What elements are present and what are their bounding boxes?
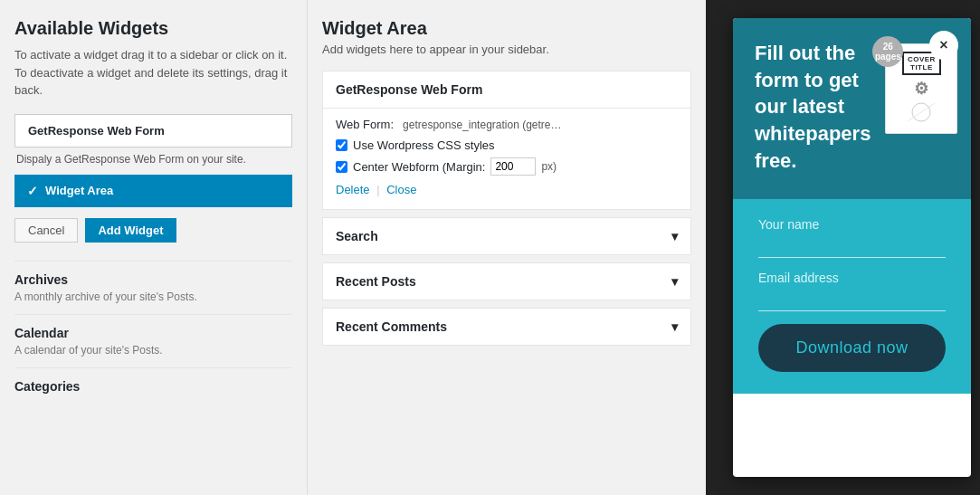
cover-decoration xyxy=(899,99,944,126)
checkmark-icon: ✓ xyxy=(27,184,38,198)
recent-comments-widget-label: Recent Comments xyxy=(336,319,447,334)
email-address-input[interactable] xyxy=(758,289,946,311)
px-label: px) xyxy=(541,160,557,173)
popup-close-button[interactable]: × xyxy=(929,31,958,60)
search-widget-collapsed[interactable]: Search ▾ xyxy=(322,217,691,255)
widget-area-panel: Widget Area Add widgets here to appear i… xyxy=(308,0,706,495)
available-widgets-description: To activate a widget drag it to a sideba… xyxy=(14,46,292,100)
recent-comments-chevron-icon: ▾ xyxy=(671,319,678,334)
getresponse-card-header: GetResponse Web Form xyxy=(323,71,690,108)
your-name-label: Your name xyxy=(758,217,946,232)
widget-area-title: Widget Area xyxy=(322,18,691,39)
center-webform-label: Center Webform (Margin: xyxy=(353,160,485,174)
active-widget-label: Widget Area xyxy=(45,184,113,197)
use-css-checkbox-row: Use Wordpress CSS styles xyxy=(336,138,678,152)
recent-posts-widget-label: Recent Posts xyxy=(336,274,416,289)
center-webform-checkbox-row: Center Webform (Margin: 200 px) xyxy=(336,157,678,176)
available-widgets-title: Available Widgets xyxy=(14,18,292,39)
popup-bottom-section: Your name Email address Download now xyxy=(733,199,971,394)
your-name-input[interactable] xyxy=(758,235,946,258)
widget-action-buttons: Cancel Add Widget xyxy=(14,218,292,243)
popup-headline: Fill out the form to get our latest whit… xyxy=(755,40,871,174)
getresponse-widget-desc: Dispaly a GetResponse Web Form on your s… xyxy=(14,153,292,166)
widget-delete-close-actions: Delete | Close xyxy=(336,183,678,196)
your-name-group: Your name xyxy=(758,217,946,258)
close-icon: × xyxy=(939,37,947,53)
cancel-button[interactable]: Cancel xyxy=(14,218,78,243)
close-link[interactable]: Close xyxy=(386,183,416,196)
cover-illustration-icon: ⚙ xyxy=(914,79,928,99)
archives-widget-item: Archives A monthly archive of your site'… xyxy=(14,261,292,314)
archives-widget-name: Archives xyxy=(14,272,292,287)
categories-widget-item: Categories xyxy=(14,367,292,401)
getresponse-widget-name: GetResponse Web Form xyxy=(28,124,165,138)
pages-label: pages xyxy=(875,52,901,62)
add-widget-button[interactable]: Add Widget xyxy=(85,218,176,243)
getresponse-widget-item[interactable]: GetResponse Web Form xyxy=(14,114,292,148)
center-webform-checkbox[interactable] xyxy=(336,161,347,173)
categories-widget-name: Categories xyxy=(14,379,292,394)
search-widget-label: Search xyxy=(336,229,378,243)
calendar-widget-name: Calendar xyxy=(14,326,292,340)
email-address-label: Email address xyxy=(758,271,946,285)
recent-posts-chevron-icon: ▾ xyxy=(671,274,678,289)
recent-posts-widget-collapsed[interactable]: Recent Posts ▾ xyxy=(322,262,691,300)
web-form-row: Web Form: getresponse_integration (getre… xyxy=(336,118,678,131)
available-widgets-panel: Available Widgets To activate a widget d… xyxy=(0,0,308,495)
email-address-group: Email address xyxy=(758,271,946,311)
margin-input[interactable]: 200 xyxy=(490,157,536,176)
search-chevron-icon: ▾ xyxy=(671,229,678,243)
getresponse-card-body: Web Form: getresponse_integration (getre… xyxy=(323,108,690,209)
web-form-label: Web Form: xyxy=(336,118,394,131)
popup-modal: × Fill out the form to get our latest wh… xyxy=(733,18,971,477)
web-form-value: getresponse_integration (getresponse_int… xyxy=(403,119,566,131)
widget-area-active-item[interactable]: ✓ Widget Area xyxy=(14,175,292,207)
getresponse-web-form-card: GetResponse Web Form Web Form: getrespon… xyxy=(322,71,691,210)
calendar-widget-item: Calendar A calendar of your site's Posts… xyxy=(14,314,292,367)
delete-link[interactable]: Delete xyxy=(336,183,370,196)
use-css-checkbox[interactable] xyxy=(336,139,347,151)
download-now-button[interactable]: Download now xyxy=(758,324,946,372)
use-css-label: Use Wordpress CSS styles xyxy=(353,138,495,152)
calendar-widget-desc: A calendar of your site's Posts. xyxy=(14,344,292,357)
widget-area-description: Add widgets here to appear in your sideb… xyxy=(322,43,691,56)
popup-overlay: × Fill out the form to get our latest wh… xyxy=(706,0,980,495)
archives-widget-desc: A monthly archive of your site's Posts. xyxy=(14,290,292,303)
recent-comments-widget-collapsed[interactable]: Recent Comments ▾ xyxy=(322,308,691,346)
action-separator: | xyxy=(376,183,379,196)
pages-number: 26 xyxy=(883,42,893,52)
